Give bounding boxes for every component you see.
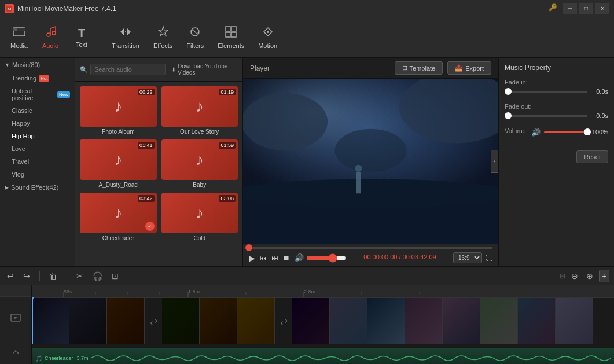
fullscreen-button[interactable]: ⛶ <box>486 254 492 262</box>
fade-in-thumb <box>505 88 512 95</box>
audio-card-our-love-story[interactable]: ♪ 01:19 Our Love Story <box>159 84 241 137</box>
video-scene <box>243 79 498 244</box>
effects-label: Effects <box>153 42 172 49</box>
timeline-content: 56s 1.8m 2.8m <box>32 285 614 364</box>
music-property-panel: Music Property Fade in: 0.0s Fade out: 0… <box>498 58 614 266</box>
audio-waveform <box>91 352 611 364</box>
timeline-toolbar: ↩ ↪ 🗑 ✂ 🎧 ⊡ ⊟ ⊖ ⊕ + <box>0 267 614 285</box>
audio-thumb-dusty-road: ♪ 01:41 <box>80 139 157 180</box>
stop-button[interactable]: ⏹ <box>283 254 290 262</box>
zoom-in-button[interactable]: ⊕ <box>584 270 595 282</box>
audio-card-baby[interactable]: ♪ 01:59 Baby <box>159 137 241 190</box>
undo-button[interactable]: ↩ <box>5 270 16 282</box>
template-button[interactable]: ⊞ Template <box>395 61 443 75</box>
search-input[interactable] <box>90 64 166 75</box>
audio-card-cold[interactable]: ♪ 03:06 Cold <box>159 190 241 244</box>
hiphop-label: Hip Hop <box>12 133 35 139</box>
minimize-button[interactable]: ─ <box>563 3 577 14</box>
audio-thumb-photo-album: ♪ 00:22 <box>80 86 157 127</box>
zoom-out-button[interactable]: ⊖ <box>569 270 580 282</box>
volume-fill <box>544 131 587 133</box>
audio-duration-baby: 01:59 <box>219 142 236 149</box>
travel-label: Travel <box>12 158 29 165</box>
audio-card-photo-album[interactable]: ♪ 00:22 Photo Album <box>78 84 159 137</box>
volume-property-value: 100% <box>591 128 608 135</box>
svg-marker-11 <box>159 27 168 36</box>
add-track-button[interactable]: + <box>599 270 609 282</box>
sidebar-item-upbeat[interactable]: Upbeat positive New <box>0 84 75 104</box>
audio-duration-dusty-road: 01:41 <box>138 142 155 149</box>
sidebar-item-travel[interactable]: Travel <box>0 155 75 168</box>
next-frame-button[interactable]: ⏭ <box>271 254 278 262</box>
toolbar-effects[interactable]: Effects <box>148 23 178 52</box>
fade-in-slider[interactable] <box>505 91 587 93</box>
timeline: ↩ ↪ 🗑 ✂ 🎧 ⊡ ⊟ ⊖ ⊕ + 56s <box>0 266 614 364</box>
crop-button[interactable]: ⊡ <box>109 270 121 282</box>
toolbar-sep-1 <box>39 271 40 281</box>
time-display: 00:00:00:00 / 00:03:42:09 <box>363 253 436 260</box>
media-icon <box>13 25 25 41</box>
sidebar-item-classic[interactable]: Classic <box>0 104 75 117</box>
fade-in-label: Fade in: <box>505 79 608 86</box>
left-panel: ▼ Music(80) Trending Hot Upbeat positive… <box>0 58 75 266</box>
cut-button[interactable]: ✂ <box>74 270 86 282</box>
sidebar-item-happy[interactable]: Happy <box>0 117 75 130</box>
audio-clip[interactable]: 🎵 Cheerleader 3.7m <box>32 348 614 364</box>
music-property-title: Music Property <box>505 64 608 72</box>
sidebar-item-love[interactable]: Love <box>0 142 75 155</box>
audio-card-cheerleader[interactable]: ♪ 03:42 ✓ Cheerleader <box>78 190 159 244</box>
toolbar-transition[interactable]: Transition <box>106 23 145 52</box>
audio-detach-button[interactable]: 🎧 <box>90 270 105 282</box>
audio-track: 🎵 Cheerleader 3.7m <box>32 344 614 364</box>
vlog-label: Vlog <box>12 171 24 178</box>
frame-1 <box>32 298 69 344</box>
frame-7 <box>292 298 330 344</box>
close-button[interactable]: ✕ <box>595 3 609 14</box>
fade-out-slider[interactable] <box>505 115 587 117</box>
toolbar-filters[interactable]: Filters <box>181 23 209 52</box>
svg-rect-4 <box>17 28 25 31</box>
sound-effect-section-header[interactable]: ▶ Sound Effect(42) <box>0 181 75 194</box>
template-icon: ⊞ <box>402 64 407 72</box>
volume-slider[interactable] <box>306 253 347 263</box>
audio-card-dusty-road[interactable]: ♪ 01:41 A_Dusty_Road <box>78 137 159 190</box>
audio-thumb-baby: ♪ 01:59 <box>161 139 238 180</box>
filters-label: Filters <box>186 42 204 49</box>
sidebar-item-trending[interactable]: Trending Hot <box>0 72 75 84</box>
sidebar-item-vlog[interactable]: Vlog <box>0 168 75 181</box>
media-label: Media <box>10 42 28 49</box>
svg-rect-15 <box>226 32 230 37</box>
progress-bar[interactable] <box>249 247 492 249</box>
prev-frame-button[interactable]: ⏮ <box>260 254 267 262</box>
svg-line-9 <box>50 27 56 28</box>
playback-controls: ▶ ⏮ ⏭ ⏹ 🔊 <box>249 253 347 263</box>
delete-button[interactable]: 🗑 <box>47 270 60 282</box>
search-icon: 🔍 <box>80 66 88 73</box>
export-button[interactable]: 📤 Export <box>447 61 491 75</box>
download-youtube-button[interactable]: ⬇ Download YouTube Videos <box>168 61 238 78</box>
frame-13 <box>518 298 556 344</box>
video-track-label <box>0 297 31 339</box>
volume-property-row: Volume: 🔊 100% <box>505 127 608 137</box>
audio-clip-music-icon: 🎵 <box>35 355 42 362</box>
toolbar-audio[interactable]: Audio <box>36 23 65 52</box>
aspect-ratio-select[interactable]: 16:9 4:3 1:1 9:16 <box>453 252 482 263</box>
filters-icon <box>189 25 201 41</box>
audio-name-cheerleader: Cheerleader <box>80 235 157 241</box>
upbeat-label: Upbeat positive <box>12 87 55 101</box>
toolbar-media[interactable]: Media <box>5 23 34 52</box>
reset-button[interactable]: Reset <box>576 150 608 163</box>
play-button[interactable]: ▶ <box>249 253 255 263</box>
motion-icon <box>262 25 274 41</box>
svg-point-5 <box>47 33 50 36</box>
sound-effect-arrow-icon: ▶ <box>5 185 9 190</box>
redo-button[interactable]: ↪ <box>21 270 32 282</box>
volume-property-slider[interactable] <box>544 131 587 133</box>
toolbar-text[interactable]: T Text <box>67 24 96 50</box>
collapse-panel-button[interactable]: ‹ <box>491 150 498 173</box>
toolbar-elements[interactable]: Elements <box>212 23 250 52</box>
toolbar-motion[interactable]: Motion <box>252 23 283 52</box>
music-section-header[interactable]: ▼ Music(80) <box>0 58 75 72</box>
restore-button[interactable]: □ <box>579 3 593 14</box>
sidebar-item-hiphop[interactable]: Hip Hop <box>0 130 75 142</box>
